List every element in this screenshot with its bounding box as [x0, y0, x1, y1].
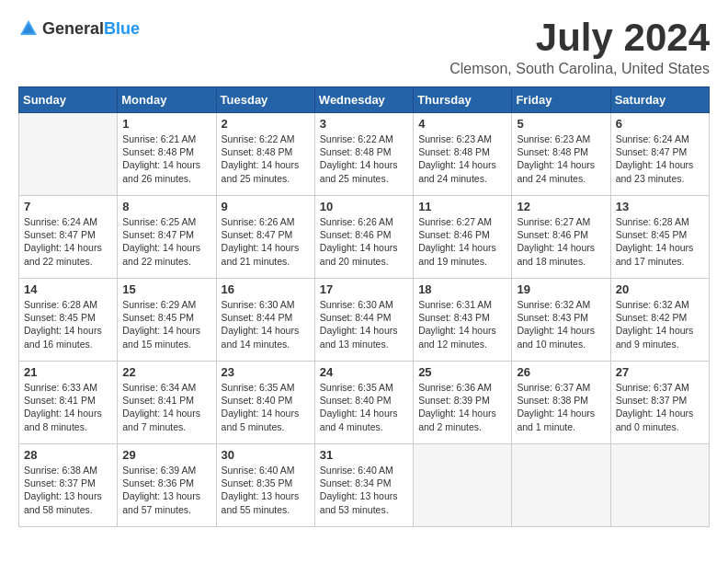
logo-blue-text: Blue [104, 19, 140, 38]
table-row: 19Sunrise: 6:32 AMSunset: 8:43 PMDayligh… [512, 279, 610, 362]
cell-text: Sunset: 8:37 PM [24, 477, 112, 489]
cell-text: Sunrise: 6:28 AM [616, 215, 704, 228]
table-row: 25Sunrise: 6:36 AMSunset: 8:39 PMDayligh… [414, 362, 512, 444]
calendar-header-row: SundayMondayTuesdayWednesdayThursdayFrid… [19, 87, 710, 113]
cell-text: and 5 minutes. [222, 420, 310, 433]
cell-text: Daylight: 14 hours [24, 324, 112, 337]
cell-text: Daylight: 14 hours [122, 407, 210, 419]
cell-text: Sunrise: 6:27 AM [517, 215, 605, 228]
cell-text: Sunrise: 6:26 AM [320, 215, 408, 228]
table-row: 17Sunrise: 6:30 AMSunset: 8:44 PMDayligh… [314, 279, 413, 362]
cell-text: Daylight: 14 hours [517, 324, 605, 337]
table-row: 16Sunrise: 6:30 AMSunset: 8:44 PMDayligh… [216, 279, 314, 362]
calendar-week-row: 1Sunrise: 6:21 AMSunset: 8:48 PMDaylight… [19, 113, 710, 196]
logo-general-text: General [42, 19, 104, 38]
cell-text: and 14 minutes. [222, 338, 310, 350]
calendar-dow-thursday: Thursday [414, 87, 512, 113]
cell-text: Sunset: 8:43 PM [517, 311, 605, 324]
cell-text: Sunset: 8:39 PM [418, 394, 506, 407]
cell-text: and 0 minutes. [616, 420, 704, 433]
cell-text: Sunset: 8:36 PM [122, 477, 210, 489]
cell-text: Sunset: 8:48 PM [517, 145, 605, 158]
calendar-week-row: 14Sunrise: 6:28 AMSunset: 8:45 PMDayligh… [19, 279, 710, 362]
day-number: 14 [24, 282, 112, 296]
cell-text: Daylight: 14 hours [122, 241, 210, 254]
cell-text: and 26 minutes. [122, 172, 210, 185]
day-number: 13 [616, 200, 704, 213]
cell-text: and 21 minutes. [222, 255, 310, 268]
cell-text: Sunrise: 6:38 AM [24, 464, 112, 477]
cell-text: Daylight: 14 hours [320, 158, 408, 171]
day-number: 25 [418, 365, 506, 379]
table-row: 21Sunrise: 6:33 AMSunset: 8:41 PMDayligh… [19, 362, 118, 444]
calendar-dow-friday: Friday [512, 87, 610, 113]
table-row: 7Sunrise: 6:24 AMSunset: 8:47 PMDaylight… [19, 196, 118, 279]
cell-text: Daylight: 14 hours [320, 241, 408, 254]
cell-text: Sunset: 8:38 PM [517, 394, 605, 407]
table-row [414, 444, 512, 527]
cell-text: Sunrise: 6:37 AM [616, 381, 704, 394]
calendar-week-row: 28Sunrise: 6:38 AMSunset: 8:37 PMDayligh… [19, 444, 710, 527]
cell-text: Daylight: 14 hours [418, 407, 506, 419]
cell-text: Sunset: 8:45 PM [616, 228, 704, 241]
cell-text: Sunrise: 6:40 AM [320, 464, 408, 477]
day-number: 11 [418, 200, 506, 213]
cell-text: and 20 minutes. [320, 255, 408, 268]
day-number: 7 [24, 200, 112, 213]
day-number: 10 [320, 200, 408, 213]
cell-text: and 24 minutes. [517, 172, 605, 185]
cell-text: Daylight: 14 hours [320, 407, 408, 419]
cell-text: Daylight: 14 hours [24, 407, 112, 419]
cell-text: Daylight: 14 hours [616, 324, 704, 337]
cell-text: and 1 minute. [517, 420, 605, 433]
cell-text: Sunset: 8:45 PM [24, 311, 112, 324]
cell-text: and 24 minutes. [418, 172, 506, 185]
table-row: 11Sunrise: 6:27 AMSunset: 8:46 PMDayligh… [414, 196, 512, 279]
cell-text: Sunrise: 6:30 AM [320, 298, 408, 311]
cell-text: Sunrise: 6:30 AM [222, 298, 310, 311]
cell-text: Sunrise: 6:26 AM [222, 215, 310, 228]
location-title: Clemson, South Carolina, United States [449, 61, 710, 77]
cell-text: Sunset: 8:46 PM [517, 228, 605, 241]
cell-text: Sunset: 8:47 PM [24, 228, 112, 241]
cell-text: Sunrise: 6:22 AM [222, 132, 310, 145]
cell-text: Sunset: 8:44 PM [222, 311, 310, 324]
cell-text: Sunset: 8:46 PM [320, 228, 408, 241]
day-number: 20 [616, 282, 704, 296]
cell-text: Daylight: 14 hours [616, 158, 704, 171]
day-number: 15 [122, 282, 210, 296]
cell-text: Sunset: 8:43 PM [418, 311, 506, 324]
cell-text: Sunrise: 6:24 AM [24, 215, 112, 228]
table-row: 2Sunrise: 6:22 AMSunset: 8:48 PMDaylight… [216, 113, 314, 196]
cell-text: Sunrise: 6:21 AM [122, 132, 210, 145]
cell-text: Daylight: 14 hours [517, 407, 605, 419]
table-row: 12Sunrise: 6:27 AMSunset: 8:46 PMDayligh… [512, 196, 610, 279]
day-number: 29 [122, 448, 210, 462]
calendar-dow-tuesday: Tuesday [216, 87, 314, 113]
day-number: 24 [320, 365, 408, 379]
day-number: 8 [122, 200, 210, 213]
cell-text: and 57 minutes. [122, 503, 210, 516]
cell-text: Daylight: 13 hours [320, 489, 408, 502]
day-number: 16 [222, 282, 310, 296]
cell-text: Sunrise: 6:25 AM [122, 215, 210, 228]
day-number: 23 [222, 365, 310, 379]
logo: GeneralBlue [18, 18, 140, 39]
day-number: 31 [320, 448, 408, 462]
cell-text: Sunrise: 6:27 AM [418, 215, 506, 228]
table-row: 29Sunrise: 6:39 AMSunset: 8:36 PMDayligh… [118, 444, 216, 527]
table-row [512, 444, 610, 527]
cell-text: Sunrise: 6:24 AM [616, 132, 704, 145]
cell-text: and 15 minutes. [122, 338, 210, 350]
cell-text: and 7 minutes. [122, 420, 210, 433]
cell-text: Sunset: 8:37 PM [616, 394, 704, 407]
day-number: 17 [320, 282, 408, 296]
day-number: 28 [24, 448, 112, 462]
table-row: 27Sunrise: 6:37 AMSunset: 8:37 PMDayligh… [610, 362, 709, 444]
table-row: 28Sunrise: 6:38 AMSunset: 8:37 PMDayligh… [19, 444, 118, 527]
cell-text: Sunset: 8:40 PM [222, 394, 310, 407]
cell-text: and 8 minutes. [24, 420, 112, 433]
cell-text: and 53 minutes. [320, 503, 408, 516]
cell-text: Sunrise: 6:22 AM [320, 132, 408, 145]
table-row: 13Sunrise: 6:28 AMSunset: 8:45 PMDayligh… [610, 196, 709, 279]
